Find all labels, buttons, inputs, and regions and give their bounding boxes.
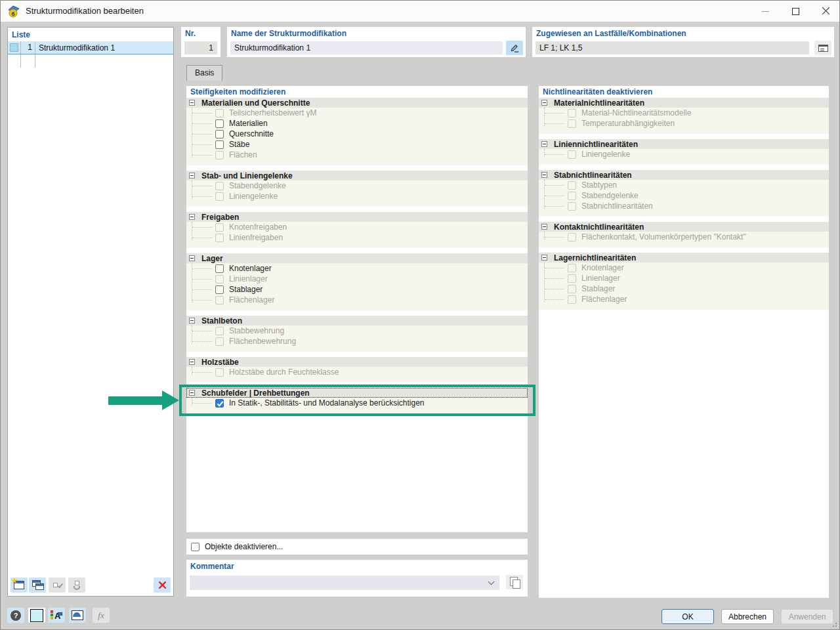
tree-group-title: Materialien und Querschnitte	[201, 98, 310, 108]
collapse-minus-icon[interactable]	[541, 172, 547, 178]
tree-group-header[interactable]: Stabnichtlinearitäten	[539, 170, 829, 180]
tree-group: LagernichtlinearitätenKnotenlagerLinienl…	[539, 253, 829, 310]
deactivate-objects-checkbox[interactable]	[191, 543, 200, 551]
rendering-button[interactable]	[69, 608, 86, 623]
new-item-button[interactable]	[10, 578, 28, 593]
nr-label: Nr.	[185, 29, 196, 38]
tree-checkbox-item[interactable]: Querschnitte	[186, 129, 528, 139]
tree-checkbox-item: Stabendgelenke	[539, 190, 829, 201]
nonlinearities-column: Nichtlinearitäten deaktivieren Materialn…	[539, 86, 829, 598]
tree-group-header[interactable]: Schubfelder | Drehbettungen	[186, 388, 528, 398]
nonlinearities-column-header: Nichtlinearitäten deaktivieren	[539, 86, 829, 98]
collapse-minus-icon[interactable]	[189, 318, 195, 324]
tree-checkbox-item[interactable]: Knotenlager	[186, 263, 528, 274]
maximize-button[interactable]	[780, 1, 810, 22]
checkbox[interactable]	[215, 285, 224, 294]
resize-grip[interactable]	[830, 620, 837, 627]
checkbox[interactable]	[215, 264, 224, 273]
tree-checkbox-item: Liniengelenke	[186, 191, 528, 201]
nr-field: 1	[184, 41, 217, 54]
tree-group-header[interactable]: Liniennichtlinearitäten	[539, 139, 829, 149]
tree-checkbox-item: Teilsicherheitsbeiwert γM	[186, 108, 528, 118]
checkbox-label: Stäbe	[229, 140, 249, 149]
list-panel: Liste 1 Strukturmodifikation 1	[7, 27, 174, 597]
tree-group-header[interactable]: Holzstäbe	[186, 357, 528, 367]
name-input[interactable]: Strukturmodifikation 1	[230, 41, 503, 54]
checkbox	[568, 109, 576, 117]
checkbox-label: Stabbewehrung	[229, 326, 284, 335]
tree-group-header[interactable]: Lagernichtlinearitäten	[539, 253, 829, 262]
collapse-minus-icon[interactable]	[541, 255, 547, 261]
collapse-minus-icon[interactable]	[189, 173, 195, 178]
checkbox	[568, 181, 576, 190]
comment-combobox[interactable]	[190, 576, 499, 590]
tree-checkbox-item[interactable]: Stäbe	[186, 139, 528, 150]
checkbox-label: Teilsicherheitsbeiwert γM	[229, 108, 316, 117]
collapse-minus-icon[interactable]	[541, 100, 547, 106]
deactivate-objects-row[interactable]: Objekte deaktivieren...	[186, 539, 528, 555]
comment-copy-button	[506, 575, 523, 589]
svg-text:6: 6	[11, 10, 14, 17]
dialog-title: Strukturmodifikation bearbeiten	[26, 6, 144, 16]
tree-group: HolzstäbeHolzstäbe durch Feuchteklasse	[186, 357, 528, 383]
collapse-minus-icon[interactable]	[189, 359, 195, 365]
collapse-minus-icon[interactable]	[189, 100, 195, 106]
tree-group-items: KnotenfreigabenLinienfreigaben	[186, 222, 528, 248]
tree-group-header[interactable]: Freigaben	[186, 212, 528, 222]
row-number	[21, 54, 35, 68]
tree-checkbox-item: Stabendgelenke	[186, 180, 528, 191]
checkbox-label: Liniengelenke	[229, 192, 278, 201]
collapse-minus-icon[interactable]	[541, 224, 547, 230]
name-group: Name der Strukturmodifikation Strukturmo…	[227, 27, 526, 57]
row-name: Strukturmodifikation 1	[35, 43, 173, 52]
checkbox-label: Linienlager	[229, 274, 268, 284]
tree-group: LagerKnotenlagerLinienlagerStablagerFläc…	[186, 253, 528, 310]
tree-checkbox-item[interactable]: Materialien	[186, 118, 528, 129]
checkbox	[568, 295, 576, 304]
tree-group-header[interactable]: Kontaktnichtlinearitäten	[539, 222, 829, 232]
checkbox[interactable]	[215, 399, 224, 408]
checkbox	[568, 150, 576, 159]
tree-group-header[interactable]: Stahlbeton	[186, 316, 528, 326]
tree-group-title: Lager	[201, 254, 223, 263]
rename-button[interactable]	[506, 41, 523, 55]
collapse-minus-icon[interactable]	[189, 214, 195, 220]
tab-basis[interactable]: Basis	[186, 65, 222, 81]
tree-checkbox-item[interactable]: Stablager	[186, 284, 528, 295]
list-item[interactable]: 1 Strukturmodifikation 1	[8, 41, 173, 54]
checkbox	[568, 274, 576, 283]
close-button[interactable]	[810, 1, 840, 22]
tree-group-header[interactable]: Materialnichtlinearitäten	[539, 98, 829, 108]
dialog-window: { "window": { "title": "Strukturmodifika…	[0, 0, 840, 630]
collapse-minus-icon[interactable]	[541, 141, 547, 147]
tree-checkbox-item[interactable]: In Statik-, Stabilitäts- und Modalanalys…	[186, 398, 528, 408]
collapse-minus-icon[interactable]	[189, 390, 195, 396]
tree-group-header[interactable]: Lager	[186, 253, 528, 263]
help-button[interactable]: ?	[7, 608, 24, 623]
minimize-button[interactable]	[750, 1, 780, 22]
display-options-button[interactable]: A	[48, 608, 65, 623]
tree-group-header[interactable]: Materialien und Querschnitte	[186, 98, 528, 108]
tree-group-title: Schubfelder | Drehbettungen	[201, 388, 310, 398]
ok-button[interactable]: OK	[662, 609, 714, 624]
display-options-icon: A	[51, 610, 62, 621]
tree-group-header[interactable]: Stab- und Liniengelenke	[186, 171, 528, 180]
tree-group-items: Liniengelenke	[539, 149, 829, 165]
tree-group-title: Holzstäbe	[201, 358, 239, 367]
collapse-minus-icon[interactable]	[189, 255, 195, 261]
comment-value	[190, 578, 194, 587]
toggle-checks-icon	[74, 581, 80, 590]
chevron-down-icon[interactable]	[488, 579, 495, 585]
invert-checks-button	[68, 578, 85, 593]
checkbox[interactable]	[215, 119, 224, 128]
checkbox[interactable]	[215, 140, 224, 149]
row-number: 1	[21, 41, 35, 54]
delete-item-button[interactable]	[154, 578, 171, 593]
copy-item-button[interactable]	[29, 578, 46, 593]
checkbox	[215, 192, 224, 201]
cancel-button[interactable]: Abbrechen	[721, 609, 774, 624]
row-color-cell	[8, 54, 21, 68]
checkbox[interactable]	[215, 130, 224, 138]
check-all-icon	[53, 583, 62, 588]
color-picker-button[interactable]	[28, 608, 45, 623]
